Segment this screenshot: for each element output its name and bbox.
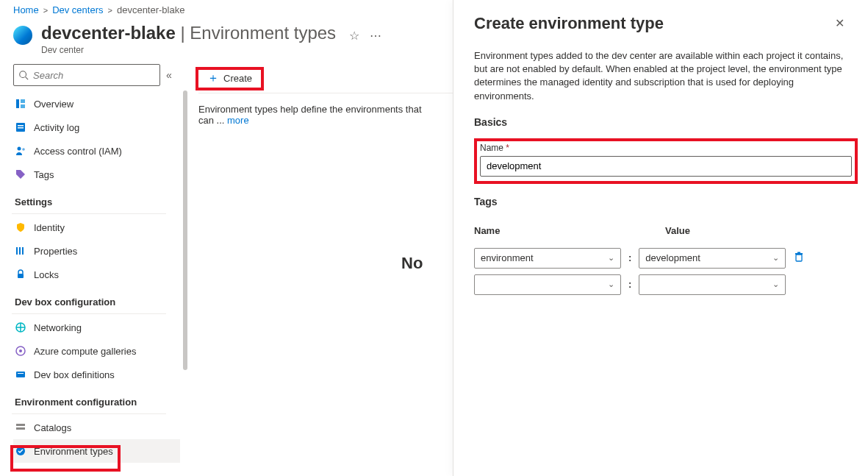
sidebar-label: Access control (IAM) — [34, 146, 122, 157]
sidebar-item-locks[interactable]: Locks — [13, 263, 180, 286]
tags-table: Name Value environment ⌄ : development ⌄… — [474, 225, 847, 295]
section-basics: Basics — [474, 116, 847, 128]
svg-rect-12 — [22, 247, 24, 255]
learn-more-link[interactable]: more — [227, 115, 249, 126]
chevron-down-icon: ⌄ — [608, 280, 614, 289]
sidebar-item-activitylog[interactable]: Activity log — [13, 116, 180, 139]
sidebar-label: Dev box definitions — [34, 369, 115, 380]
devcenter-icon — [13, 26, 32, 45]
sidebar-section-devbox: Dev box configuration — [13, 286, 180, 312]
svg-rect-11 — [19, 247, 21, 255]
create-label: Create — [223, 73, 252, 84]
page-title: devcenter-blake | Environment types — [41, 23, 336, 43]
colon: : — [628, 252, 631, 263]
colon: : — [628, 279, 631, 290]
required-asterisk: * — [506, 143, 509, 153]
overview-icon — [15, 98, 26, 110]
title-suffix: | Environment types — [176, 23, 336, 43]
svg-rect-4 — [21, 104, 25, 108]
sidebar-label: Overview — [34, 99, 73, 110]
panel-title: Create environment type — [474, 14, 664, 33]
name-input[interactable] — [480, 156, 852, 177]
sidebar-item-definitions[interactable]: Dev box definitions — [13, 363, 180, 386]
tags-icon — [15, 168, 26, 180]
sidebar-item-networking[interactable]: Networking — [13, 316, 180, 339]
svg-point-9 — [22, 148, 25, 151]
chevron-down-icon: ⌄ — [772, 253, 779, 263]
sidebar-label: Tags — [34, 169, 54, 180]
tags-header-value: Value — [665, 225, 827, 236]
svg-point-16 — [19, 349, 22, 352]
catalogs-icon — [15, 422, 26, 433]
sidebar-label: Identity — [34, 222, 65, 233]
sidebar-item-iam[interactable]: Access control (IAM) — [13, 139, 180, 163]
svg-line-1 — [26, 77, 29, 80]
sidebar-search[interactable] — [13, 64, 160, 86]
empty-state-text: No — [401, 254, 423, 273]
svg-rect-3 — [21, 99, 25, 103]
breadcrumb-current: devcenter-blake — [117, 4, 185, 15]
chevron-down-icon: ⌄ — [608, 253, 614, 263]
close-icon[interactable]: ✕ — [832, 13, 847, 33]
create-environment-type-panel: Create environment type ✕ Environment ty… — [453, 0, 868, 476]
more-actions-icon[interactable]: ⋯ — [370, 29, 381, 43]
locks-icon — [15, 269, 26, 280]
identity-icon — [15, 221, 26, 233]
svg-rect-20 — [16, 427, 25, 430]
name-label-text: Name — [480, 143, 506, 153]
svg-rect-2 — [16, 99, 19, 108]
create-button[interactable]: ＋ Create — [196, 67, 264, 90]
sidebar-label: Catalogs — [34, 422, 71, 433]
chevron-right-icon: > — [43, 6, 48, 15]
sidebar-item-catalogs[interactable]: Catalogs — [13, 416, 180, 439]
search-icon — [18, 70, 29, 80]
svg-rect-6 — [18, 125, 24, 127]
svg-rect-18 — [18, 373, 24, 374]
tag-value-select[interactable]: development ⌄ — [639, 248, 786, 269]
definitions-icon — [15, 369, 26, 380]
favorite-star-icon[interactable]: ☆ — [349, 29, 359, 43]
tag-value-value: development — [645, 252, 700, 263]
tag-row: environment ⌄ : development ⌄ — [474, 248, 847, 269]
sidebar-item-tags[interactable]: Tags — [13, 163, 180, 186]
breadcrumb-home[interactable]: Home — [13, 4, 39, 15]
delete-tag-icon[interactable] — [793, 251, 805, 265]
sidebar-item-identity[interactable]: Identity — [13, 216, 180, 239]
activitylog-icon — [15, 121, 26, 133]
tag-name-select[interactable]: environment ⌄ — [474, 248, 621, 269]
sidebar-item-environment-types[interactable]: Environment types — [13, 439, 180, 463]
tag-row-empty: ⌄ : ⌄ — [474, 274, 847, 295]
svg-rect-19 — [16, 424, 25, 426]
tags-header-name: Name — [474, 225, 636, 236]
divider — [12, 313, 166, 314]
svg-rect-23 — [795, 253, 803, 255]
svg-rect-7 — [18, 127, 24, 129]
tag-name-value: environment — [481, 252, 534, 263]
name-field-highlight: Name * — [474, 138, 858, 184]
environment-types-icon — [15, 445, 26, 457]
sidebar-label: Properties — [34, 246, 77, 257]
sidebar-item-properties[interactable]: Properties — [13, 239, 180, 263]
sidebar-item-galleries[interactable]: Azure compute galleries — [13, 339, 180, 363]
svg-rect-13 — [18, 274, 24, 278]
description-text: Environment types help define the enviro… — [198, 93, 434, 126]
chevron-right-icon: > — [108, 6, 112, 15]
name-label: Name * — [480, 143, 852, 153]
iam-icon — [15, 145, 26, 157]
chevron-down-icon: ⌄ — [772, 280, 779, 289]
search-input[interactable] — [33, 70, 157, 81]
svg-rect-22 — [796, 255, 802, 261]
svg-rect-17 — [16, 372, 25, 377]
panel-description: Environment types added to the dev cente… — [474, 49, 847, 103]
tag-value-select-empty[interactable]: ⌄ — [639, 274, 786, 295]
sidebar-label: Environment types — [34, 446, 113, 457]
sidebar-item-overview[interactable]: Overview — [13, 92, 180, 116]
collapse-sidebar-icon[interactable]: « — [166, 69, 172, 81]
networking-icon — [15, 322, 26, 333]
plus-icon: ＋ — [207, 71, 219, 86]
tag-name-select-empty[interactable]: ⌄ — [474, 274, 621, 295]
section-tags: Tags — [474, 196, 847, 207]
sidebar-section-settings: Settings — [13, 186, 180, 212]
breadcrumb-devcenters[interactable]: Dev centers — [52, 4, 103, 15]
svg-rect-24 — [797, 252, 800, 254]
